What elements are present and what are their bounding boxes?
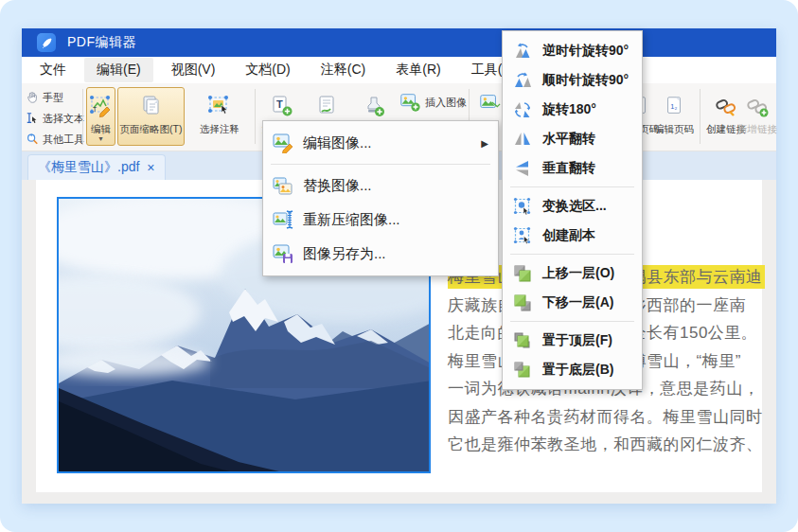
menu-item-label: 水平翻转	[542, 131, 632, 148]
menu-item-label: 创建副本	[542, 227, 632, 244]
menubar: 文件 编辑(E) 视图(V) 文档(D) 注释(C) 表单(R) 工具(T) 窗…	[22, 57, 776, 83]
edit-tool-label: 编辑	[91, 123, 111, 136]
new-link-button[interactable]: 新增链接	[736, 87, 779, 146]
hand-tool-button[interactable]: 手型	[26, 88, 95, 107]
svg-text:T: T	[93, 106, 98, 113]
flip-vertical-icon	[512, 158, 533, 179]
window-title: PDF编辑器	[67, 34, 136, 51]
menu-item-create-copy[interactable]: 创建副本	[503, 221, 642, 250]
menu-item-send-to-back[interactable]: 置于底层(B)	[503, 355, 642, 384]
menu-item-rotate-cw[interactable]: 顺时针旋转90°	[503, 65, 642, 95]
edit-page-number-label: 编辑页码	[654, 123, 694, 136]
menu-document[interactable]: 文档(D)	[233, 58, 302, 82]
insert-image-icon	[399, 91, 421, 114]
edit-object-icon: T	[89, 92, 114, 120]
menu-comment[interactable]: 注释(C)	[309, 58, 378, 82]
menu-item-label: 旋转180°	[542, 101, 632, 118]
page-thumbnail-button[interactable]: 页面缩略图(T)	[117, 87, 185, 146]
other-tools-label: 其他工具	[43, 133, 84, 147]
toolbar-separator	[700, 89, 700, 144]
bring-to-front-icon	[512, 330, 533, 351]
edit-tool-button[interactable]: T 编辑 ▼	[86, 87, 115, 146]
new-link-label: 新增链接	[737, 123, 777, 136]
menu-item-label: 上移一层(O)	[542, 265, 632, 282]
rotate-ccw-icon	[512, 41, 533, 62]
menu-item-label: 置于顶层(F)	[542, 332, 632, 349]
text-line: 因盛产各种名贵药材而得名。梅里雪山同时	[448, 403, 763, 432]
menu-item-rotate-ccw[interactable]: 逆时针旋转90°	[503, 36, 642, 65]
menu-item-label: 顺时针旋转90°	[542, 72, 632, 89]
menu-item-send-backward[interactable]: 下移一层(A)	[503, 288, 642, 317]
menu-edit[interactable]: 编辑(E)	[84, 58, 153, 82]
menu-item-recompress-image[interactable]: 重新压缩图像...	[263, 203, 498, 237]
menu-item-label: 编辑图像...	[303, 134, 471, 152]
menu-view[interactable]: 视图(V)	[159, 58, 228, 82]
menu-item-rotate-180[interactable]: 旋转180°	[503, 95, 642, 124]
menu-item-label: 置于底层(B)	[542, 362, 632, 379]
menu-separator	[510, 254, 634, 255]
add-text-icon: T	[270, 92, 294, 120]
submenu-arrow-icon: ▶	[481, 138, 488, 149]
select-text-button[interactable]: 选择文本	[26, 109, 95, 128]
menu-item-bring-to-front[interactable]: 置于顶层(F)	[503, 326, 642, 355]
tab-close-icon[interactable]: ×	[147, 161, 154, 174]
flip-horizontal-icon	[512, 129, 533, 150]
image-save-as-icon	[273, 243, 293, 264]
hand-tool-label: 手型	[43, 91, 63, 105]
menu-item-flip-horizontal[interactable]: 水平翻转	[503, 124, 642, 153]
image-edit-icon	[273, 133, 293, 153]
new-link-icon	[745, 92, 770, 120]
menu-file[interactable]: 文件	[27, 58, 79, 82]
menu-item-label: 替换图像...	[303, 177, 488, 195]
menu-item-save-image-as[interactable]: 图像另存为...	[263, 237, 498, 271]
send-backward-icon	[512, 293, 533, 313]
tool-group-basic: 手型 选择文本 其他工具 ▼	[26, 88, 95, 149]
create-copy-icon	[512, 225, 533, 246]
image-context-menu: 编辑图像... ▶ 替换图像... 重新压缩图像... 图像另存	[262, 120, 499, 276]
desktop-background: PDF编辑器 文件 编辑(E) 视图(V) 文档(D) 注释(C) 表单(R) …	[0, 0, 798, 532]
text-cursor-icon	[26, 112, 39, 125]
insert-image-button[interactable]: 插入图像	[399, 91, 467, 114]
menu-item-label: 下移一层(A)	[542, 294, 632, 311]
menu-item-flip-vertical[interactable]: 垂直翻转	[503, 153, 642, 183]
edit-tool-caret-icon: ▼	[98, 136, 104, 142]
image-compress-icon	[273, 209, 293, 230]
image-replace-icon	[273, 175, 293, 196]
bring-forward-icon	[512, 263, 533, 284]
menu-item-label: 重新压缩图像...	[303, 211, 488, 229]
edit-page-number-icon: 1₂	[663, 92, 685, 120]
titlebar: PDF编辑器	[22, 28, 776, 57]
menu-separator	[271, 164, 490, 165]
menu-item-replace-image[interactable]: 替换图像...	[263, 168, 498, 203]
menu-item-label: 逆时针旋转90°	[542, 43, 632, 60]
fill-sign-icon	[315, 92, 340, 120]
menu-item-bring-forward[interactable]: 上移一层(O)	[503, 258, 642, 288]
text-line: 它也是雍仲苯教圣地，和西藏的冈仁波齐、	[448, 431, 763, 459]
image-icon	[478, 91, 501, 114]
other-tools-button[interactable]: 其他工具 ▼	[26, 130, 95, 149]
image-tool-button[interactable]	[478, 91, 501, 114]
menu-form[interactable]: 表单(R)	[383, 58, 452, 82]
rotate-cw-icon	[512, 70, 533, 91]
svg-text:1₂: 1₂	[670, 102, 677, 111]
insert-image-label: 插入图像	[425, 96, 467, 110]
menu-item-label: 变换选区...	[542, 198, 632, 215]
menu-separator	[510, 186, 634, 187]
add-text-button2	[205, 87, 247, 146]
menu-item-transform-selection[interactable]: 变换选区...	[503, 191, 642, 221]
document-tab[interactable]: 《梅里雪山》.pdf ×	[27, 154, 166, 180]
menu-item-label: 图像另存为...	[303, 245, 488, 263]
send-to-back-icon	[512, 360, 533, 381]
toolbar-separator	[82, 89, 83, 144]
svg-text:T: T	[276, 98, 283, 110]
menu-item-edit-image[interactable]: 编辑图像... ▶	[263, 126, 498, 160]
arrange-submenu: 逆时针旋转90° 顺时针旋转90° 旋转180° 水平翻转	[502, 30, 643, 390]
hand-icon	[26, 91, 39, 104]
menu-item-label: 垂直翻转	[542, 160, 632, 177]
stamp-icon	[362, 92, 386, 120]
magnifier-icon	[26, 133, 39, 146]
page-thumbnail-icon	[138, 92, 165, 120]
rotate-180-icon	[512, 99, 533, 120]
app-logo-icon	[37, 33, 56, 52]
edit-page-number-button[interactable]: 1₂ 编辑页码	[652, 87, 696, 146]
